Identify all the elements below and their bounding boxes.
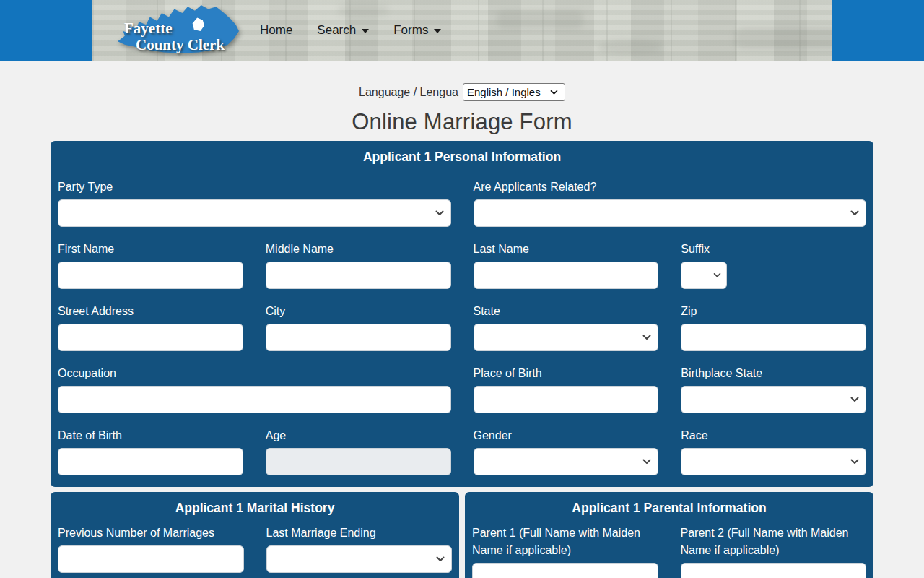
last-marriage-ending-label: Last Marriage Ending	[266, 525, 453, 542]
age-input	[266, 448, 451, 475]
birthplace-state-select[interactable]	[681, 386, 866, 413]
county-clerk-logo[interactable]: Fayette County Clerk	[111, 3, 245, 58]
language-label: Language / Lengua	[359, 86, 458, 99]
middle-name-input[interactable]	[266, 262, 451, 289]
parent2-field: Parent 2 (Full Name with Maiden Name if …	[681, 525, 867, 578]
nav-item-search[interactable]: Search	[317, 23, 369, 38]
parent1-input[interactable]	[472, 563, 658, 578]
nav-forms-label: Forms	[393, 23, 428, 38]
age-label: Age	[266, 427, 451, 444]
language-select[interactable]: English / Ingles	[463, 83, 565, 101]
marital-history-card: Applicant 1 Marital History Previous Num…	[51, 492, 459, 578]
caret-down-icon	[362, 29, 369, 33]
middle-name-field: Middle Name	[266, 241, 451, 289]
middle-name-label: Middle Name	[266, 241, 451, 258]
last-marriage-ending-field: Last Marriage Ending	[266, 525, 453, 573]
street-address-input[interactable]	[58, 324, 243, 351]
gender-label: Gender	[474, 427, 659, 444]
city-input[interactable]	[266, 324, 451, 351]
city-label: City	[266, 303, 451, 320]
background-texture	[338, 4, 388, 16]
nav-home-label: Home	[260, 23, 292, 38]
party-type-select[interactable]	[58, 199, 451, 227]
header-background-photo: Fayette County Clerk Home Search Forms	[92, 0, 832, 61]
race-label: Race	[681, 427, 866, 444]
occupation-label: Occupation	[58, 365, 451, 382]
state-label: State	[474, 303, 659, 320]
are-applicants-related-field: Are Applicants Related?	[474, 178, 867, 227]
state-field: State	[474, 303, 659, 351]
parent2-input[interactable]	[681, 563, 867, 578]
language-row: Language / Lengua English / Ingles	[0, 83, 924, 101]
parent1-label: Parent 1 (Full Name with Maiden Name if …	[472, 525, 658, 559]
previous-marriages-label: Previous Number of Marriages	[58, 525, 244, 542]
first-name-input[interactable]	[58, 262, 243, 289]
zip-field: Zip	[681, 303, 866, 351]
suffix-select[interactable]	[681, 262, 727, 289]
first-name-field: First Name	[58, 241, 243, 289]
personal-information-card: Applicant 1 Personal Information Party T…	[51, 141, 873, 487]
caret-down-icon	[434, 29, 441, 33]
are-applicants-related-label: Are Applicants Related?	[474, 178, 867, 196]
date-of-birth-label: Date of Birth	[58, 427, 243, 444]
suffix-label: Suffix	[681, 241, 866, 258]
street-address-field: Street Address	[58, 303, 243, 351]
date-of-birth-field: Date of Birth	[58, 427, 243, 475]
parental-information-title: Applicant 1 Parental Information	[472, 499, 866, 516]
place-of-birth-label: Place of Birth	[474, 365, 659, 382]
suffix-field: Suffix	[681, 241, 866, 289]
last-marriage-ending-select[interactable]	[266, 545, 453, 573]
race-field: Race	[681, 427, 866, 475]
race-select[interactable]	[681, 448, 866, 475]
nav-item-forms[interactable]: Forms	[393, 23, 441, 38]
previous-marriages-input[interactable]	[58, 545, 244, 573]
page-title: Online Marriage Form	[0, 109, 924, 135]
gender-field: Gender	[474, 427, 659, 475]
birthplace-state-label: Birthplace State	[681, 365, 866, 382]
background-texture	[497, 10, 583, 29]
place-of-birth-field: Place of Birth	[474, 365, 659, 413]
state-select[interactable]	[474, 324, 659, 351]
main-nav: Home Search Forms	[260, 23, 441, 38]
party-type-field: Party Type	[58, 178, 451, 227]
nav-item-home[interactable]: Home	[260, 23, 292, 38]
occupation-input[interactable]	[58, 386, 451, 413]
nav-search-label: Search	[317, 23, 356, 38]
date-of-birth-input[interactable]	[58, 448, 243, 475]
marital-history-title: Applicant 1 Marital History	[58, 499, 452, 516]
parental-information-card: Applicant 1 Parental Information Parent …	[465, 492, 873, 578]
previous-marriages-field: Previous Number of Marriages	[58, 525, 244, 573]
party-type-label: Party Type	[58, 178, 451, 196]
first-name-label: First Name	[58, 241, 243, 258]
parent1-field: Parent 1 (Full Name with Maiden Name if …	[472, 525, 658, 578]
header-band: Fayette County Clerk Home Search Forms	[0, 0, 924, 61]
personal-information-title: Applicant 1 Personal Information	[58, 148, 866, 165]
parent2-label: Parent 2 (Full Name with Maiden Name if …	[681, 525, 867, 559]
gender-select[interactable]	[474, 448, 659, 475]
place-of-birth-input[interactable]	[474, 386, 659, 413]
logo-text: Fayette County Clerk	[124, 20, 225, 53]
last-name-field: Last Name	[474, 241, 659, 289]
last-name-label: Last Name	[474, 241, 659, 258]
last-name-input[interactable]	[474, 262, 659, 289]
zip-label: Zip	[681, 303, 866, 320]
logo-line2: County Clerk	[136, 37, 225, 53]
logo-line1: Fayette	[124, 20, 225, 37]
city-field: City	[266, 303, 451, 351]
street-address-label: Street Address	[58, 303, 243, 320]
zip-input[interactable]	[681, 324, 866, 351]
age-field: Age	[266, 427, 451, 475]
are-applicants-related-select[interactable]	[474, 199, 867, 227]
background-texture	[598, 40, 663, 54]
background-texture	[735, 27, 832, 49]
occupation-field: Occupation	[58, 365, 451, 413]
birthplace-state-field: Birthplace State	[681, 365, 866, 413]
